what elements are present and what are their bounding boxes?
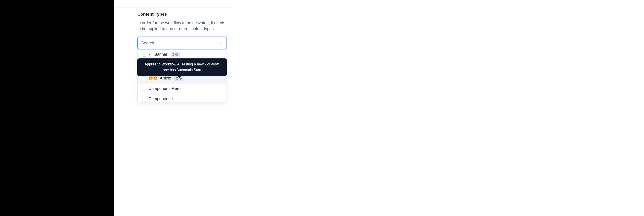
checkbox[interactable] xyxy=(142,53,146,57)
tooltip-text: Applies to Workflow A, Testing a new wor… xyxy=(144,62,220,72)
workflow-icon xyxy=(175,53,178,56)
workflow-count-badge: 2 xyxy=(170,52,180,57)
workflow-tooltip: Applies to Workflow A, Testing a new wor… xyxy=(137,58,227,76)
checkbox[interactable] xyxy=(142,76,146,80)
vertical-divider xyxy=(132,7,133,216)
search-placeholder: Search xyxy=(141,41,154,46)
checkbox[interactable] xyxy=(142,87,146,91)
tooltip-arrow xyxy=(177,76,181,78)
item-label: Article xyxy=(160,76,171,81)
option-row-partial[interactable]: Component: L… xyxy=(138,94,226,102)
left-sidebar xyxy=(0,0,114,216)
search-combobox[interactable]: Search xyxy=(137,37,227,49)
content-types-section: Content Types In order for the workflow … xyxy=(137,12,227,49)
checkbox[interactable] xyxy=(142,97,146,101)
item-label: Banner xyxy=(154,52,168,57)
item-label: Component: Hero xyxy=(148,86,180,91)
chevron-down-icon xyxy=(219,41,223,45)
section-title: Content Types xyxy=(137,12,227,17)
item-emoji: ↔ xyxy=(148,53,152,56)
horizontal-divider xyxy=(114,7,231,8)
search-wrapper: Search Applies to Workflow A, Testing a … xyxy=(137,37,227,49)
badge-count: 2 xyxy=(172,53,174,56)
item-label: Component: L… xyxy=(148,96,178,101)
item-emoji: 🤩🤩 xyxy=(148,77,158,80)
section-description: In order for the workflow to be activate… xyxy=(137,20,227,32)
option-row-component-hero[interactable]: Component: Hero xyxy=(138,84,226,94)
